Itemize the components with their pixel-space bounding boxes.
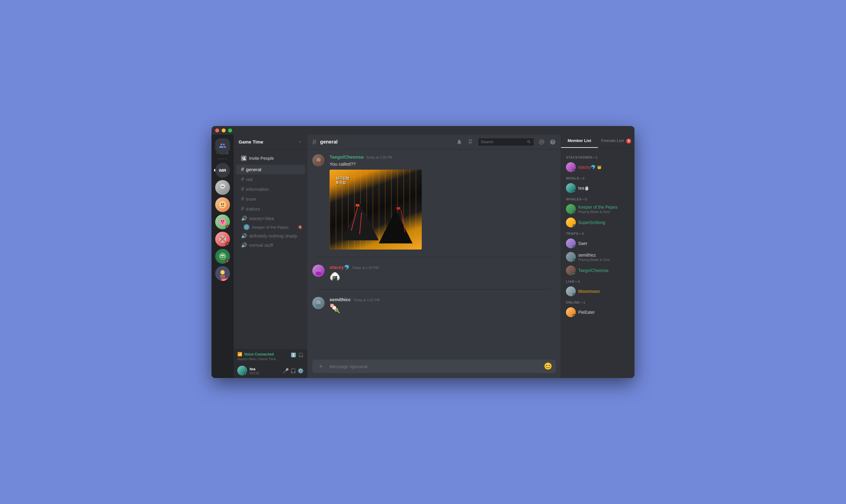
status-dot-semithicc — [573, 259, 576, 262]
search-box[interactable] — [478, 138, 534, 146]
server-name: Game Time — [238, 139, 264, 144]
member-avatar-keeper — [566, 204, 576, 214]
svg-point-21 — [220, 270, 225, 274]
main-content: # general — [307, 134, 561, 378]
user-name: tea — [250, 367, 281, 371]
member-avatar-stacey — [566, 162, 576, 172]
member-item-saer[interactable]: Saer — [563, 237, 632, 250]
voice-info-button[interactable]: ℹ️ — [290, 352, 296, 358]
member-item-stacey[interactable]: stacey🐬 👑 — [563, 160, 632, 174]
channel-item-trove[interactable]: # trove — [236, 194, 305, 204]
message-3: semithicc Today at 1:01 PM 🍡 — [312, 297, 556, 314]
deafen-button[interactable]: 🎧 — [290, 367, 296, 374]
members-list: STACEYADMIN—1 stacey🐬 👑 WHALE—1 — [561, 148, 634, 378]
help-icon[interactable] — [550, 139, 556, 145]
user-avatar — [237, 366, 247, 376]
search-input[interactable] — [481, 140, 525, 144]
member-item-moonmoon[interactable]: Moonmoon — [563, 285, 632, 298]
voice-channel-stacey[interactable]: 🔊 stacey<3tea — [236, 214, 305, 223]
svg-point-4 — [223, 186, 224, 187]
maximize-button[interactable] — [228, 128, 232, 132]
msg-timestamp-3: Today at 1:01 PM — [353, 298, 380, 302]
channel-item-information[interactable]: # information — [236, 184, 305, 194]
settings-button[interactable]: ⚙️ — [298, 367, 304, 374]
server-icon-1[interactable] — [215, 180, 230, 195]
tab-friends-list[interactable]: Friends List 3 — [598, 134, 635, 148]
voice-icon: 🔊 — [241, 233, 247, 239]
voice-channel-normal[interactable]: 🔊 normal stuff — [236, 241, 305, 250]
channel-item-traitors[interactable]: # traitors — [236, 204, 305, 214]
message-emoji-button[interactable]: 😊 — [544, 362, 552, 370]
voice-user-keeper[interactable]: Keeper of the Pepes 🔇 — [234, 223, 307, 231]
voice-connected-label: Voice Connected — [244, 352, 274, 357]
channel-item-general[interactable]: # general — [236, 165, 305, 174]
category-liar: LIAR—1 — [563, 277, 632, 285]
svg-point-9 — [219, 218, 226, 226]
status-dot-saer — [573, 245, 576, 248]
voice-connected-row: 📶 Voice Connected stacey<3tea / Game Tim… — [237, 352, 304, 361]
close-button[interactable] — [215, 128, 219, 132]
right-sidebar: Member List Friends List 3 STACEYADMIN—1… — [561, 134, 634, 378]
notification-bell-icon[interactable] — [456, 139, 462, 145]
pins-icon[interactable] — [467, 139, 473, 145]
server-icon-2[interactable] — [215, 197, 230, 212]
member-item-taego[interactable]: Taego/Cheonsa — [563, 264, 632, 277]
member-info-stacey: stacey🐬 👑 — [578, 165, 630, 169]
msg-image-food: 삼각김밥토신김 — [329, 169, 422, 250]
channel-hash-icon: # — [241, 186, 244, 192]
svg-point-11 — [223, 220, 224, 221]
member-info-taego: Taego/Cheonsa — [578, 268, 630, 273]
message-add-button[interactable]: + — [316, 360, 326, 373]
member-info-saer: Saer — [578, 241, 630, 246]
voice-channel-name-shady: definitely nothing shady — [249, 233, 297, 238]
minimize-button[interactable] — [222, 128, 226, 132]
member-name-superschlong: SuperSchlong — [578, 220, 605, 225]
voice-connected-status: 📶 Voice Connected — [237, 352, 276, 357]
server-icon-imr[interactable]: IMR — [215, 163, 230, 178]
member-item-superschlong[interactable]: SuperSchlong — [563, 216, 632, 229]
tab-member-list[interactable]: Member List — [561, 134, 598, 148]
msg-content-1: Taego/Cheonsa Today at 1:00 PM You calle… — [329, 154, 556, 250]
server-icon-4[interactable]: 1 — [215, 232, 230, 247]
server-icon-wrapper-2 — [215, 197, 230, 212]
server-separator — [218, 159, 228, 159]
mention-icon[interactable] — [539, 139, 545, 145]
member-item-pieeater[interactable]: PieEater — [563, 305, 632, 319]
member-activity-keeper: Playing Blade & Soul — [578, 210, 630, 214]
invite-people-button[interactable]: Invite People — [236, 153, 305, 163]
member-name-pieeater: PieEater — [578, 310, 595, 315]
voice-connected-channel: stacey<3tea / Game Time — [237, 357, 276, 361]
svg-point-27 — [316, 272, 321, 275]
member-name-tea: tea🍵 — [578, 186, 589, 191]
member-item-tea[interactable]: tea🍵 — [563, 181, 632, 195]
msg-username-stacey[interactable]: stacey🐬 — [329, 265, 350, 270]
header-actions — [456, 138, 556, 146]
channel-item-red[interactable]: # red — [236, 175, 305, 184]
message-input[interactable] — [329, 360, 540, 373]
server-icon-5[interactable]: 2 — [215, 249, 230, 264]
server-icon-wrapper-imr: IMR — [215, 163, 230, 178]
channel-list: Invite People # general # red # informat… — [234, 149, 307, 349]
member-item-keeper[interactable]: Keeper of the Pepes Playing Blade & Soul — [563, 202, 632, 216]
msg-content-2: stacey🐬 Today at 1:00 PM 🍙 — [329, 265, 556, 282]
svg-point-12 — [222, 222, 223, 223]
msg-username-semithicc[interactable]: semithicc — [329, 297, 351, 302]
member-name-row-stacey: stacey🐬 👑 — [578, 165, 630, 169]
voice-channel-shady[interactable]: 🔊 definitely nothing shady — [236, 231, 305, 240]
server-icon-3[interactable]: 4 — [215, 215, 230, 229]
msg-username-taego[interactable]: Taego/Cheonsa — [329, 154, 364, 160]
server-icon-wrapper-6: NEW ↓ — [215, 266, 230, 281]
voice-status-group: 📶 Voice Connected stacey<3tea / Game Tim… — [237, 352, 276, 361]
server-icon-wrapper-group: 7 ONLINE — [215, 138, 230, 155]
voice-settings-button[interactable]: 🎧 — [298, 352, 304, 358]
member-avatar-superschlong — [566, 218, 576, 228]
mute-button[interactable]: 🎤 — [283, 367, 289, 374]
server-icon-game-time[interactable] — [215, 138, 230, 153]
svg-point-1 — [219, 185, 222, 186]
member-item-semithicc[interactable]: semithicc Playing Blade & Soul — [563, 250, 632, 264]
channel-header-hash: # — [312, 138, 316, 146]
svg-point-6 — [219, 201, 226, 209]
server-name-bar[interactable]: Game Time — [234, 134, 307, 149]
server-icon-6[interactable]: NEW ↓ — [215, 266, 230, 281]
msg-avatar-stacey — [312, 265, 325, 277]
